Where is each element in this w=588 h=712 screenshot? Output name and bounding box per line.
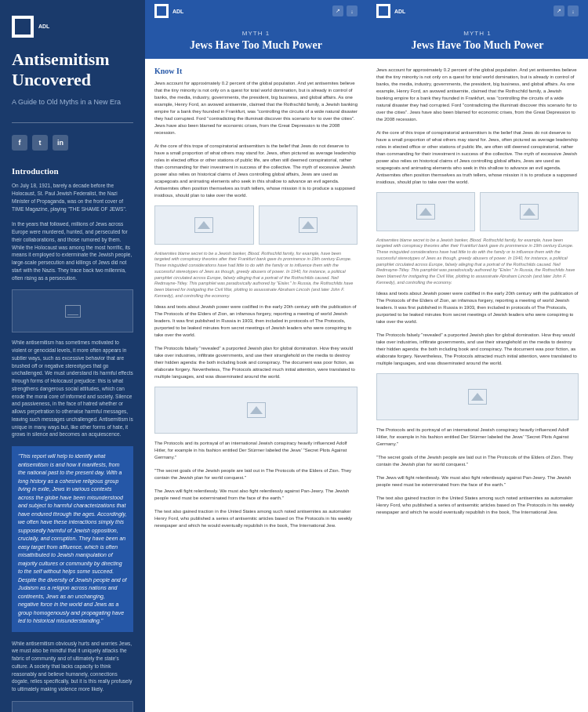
right-body-3: Ideas and texts about Jewish power were …: [376, 290, 579, 325]
middle-caption-1: Antisemites blame secret to be a Jewish …: [154, 251, 358, 300]
right-logo-inner: [379, 6, 388, 16]
right-image-1: [376, 192, 475, 231]
mid-img-inner-2: [299, 217, 318, 233]
middle-top-bar: ADL ↗ ↓: [145, 0, 367, 22]
middle-article-body: Know It Jews account for approximately 0…: [145, 59, 367, 712]
facebook-icon[interactable]: f: [12, 135, 27, 151]
middle-myth-label: Myth 1: [154, 30, 358, 37]
social-icons-row: f t in: [12, 135, 133, 151]
left-panel: ADL Antisemitism Uncovered A Guide to Ol…: [0, 0, 145, 712]
right-logo-text: ADL: [394, 9, 405, 14]
intro-text-1: On July 18, 1921, barely a decade before…: [12, 182, 133, 213]
right-top-bar: ADL ↗ ↓: [367, 0, 588, 22]
right-panel: ADL ↗ ↓ Myth 1 Jews Have Too Much Power …: [367, 0, 588, 712]
middle-body-8: The text also gained traction in the Uni…: [154, 508, 358, 529]
text-below-quote: While antisemitism obviously hurts and w…: [12, 640, 133, 693]
middle-section-title: Know It: [154, 67, 358, 75]
right-body-4: The Protocols falsely "revealed" a purpo…: [376, 332, 579, 367]
mid-img-inner-3: [247, 402, 266, 418]
quote-box: "This report will help to identify what …: [12, 446, 133, 632]
logo-box-inner: [15, 19, 31, 35]
middle-body-6: "The secret goals of the Jewish people a…: [154, 467, 358, 481]
intro-heading: Introduction: [12, 166, 133, 176]
middle-share-icon[interactable]: ↗: [332, 5, 343, 16]
mountain-icon-1: [198, 221, 210, 229]
twitter-icon[interactable]: t: [32, 135, 48, 151]
quote-text: "This report will help to identify what …: [18, 452, 127, 626]
middle-image-3: [154, 387, 358, 434]
right-image-2: [480, 192, 579, 231]
middle-logo: ADL: [154, 4, 183, 18]
logo-text: ADL: [38, 24, 49, 30]
right-body-2: At the core of this trope of conspirator…: [376, 129, 579, 186]
middle-panel: ADL ↗ ↓ Myth 1 Jews Have Too Much Power …: [145, 0, 367, 712]
middle-body-3: Ideas and texts about Jewish power were …: [154, 303, 358, 339]
right-body-1: Jews account for approximately 0.2 perce…: [376, 67, 579, 123]
middle-logo-box: [154, 4, 169, 18]
divider: [12, 122, 133, 123]
middle-article-title: Jews Have Too Much Power: [154, 39, 358, 53]
middle-logo-text: ADL: [172, 9, 183, 14]
image-icon-1: [65, 305, 81, 318]
right-article-body: Jews account for approximately 0.2 perce…: [367, 59, 588, 712]
right-share-icon[interactable]: ↗: [554, 5, 564, 16]
right-image-3: [376, 373, 579, 420]
right-body-6: "The secret goals of the Jewish people a…: [376, 454, 579, 468]
logo-box: [12, 16, 34, 38]
right-article-header: Myth 1 Jews Have Too Much Power: [367, 22, 588, 59]
right-images-row: [376, 192, 579, 231]
middle-body-2: At the core of this trope of conspirator…: [154, 143, 358, 199]
right-logo-box: [376, 4, 390, 18]
linkedin-icon[interactable]: in: [53, 135, 68, 151]
right-logo: ADL: [376, 4, 405, 18]
mountain-icon-3: [250, 406, 263, 414]
middle-body-5: The Protocols and its portrayal of an in…: [154, 440, 358, 461]
right-img-inner-2: [520, 204, 539, 220]
middle-body-7: The Jews will fight relentlessly. We mus…: [154, 488, 358, 502]
right-download-icon[interactable]: ↓: [568, 5, 579, 16]
right-mountain-2: [523, 208, 535, 216]
right-mountain-1: [419, 208, 432, 216]
logo-container: ADL: [12, 16, 133, 38]
right-body-8: The text also gained traction in the Uni…: [376, 495, 579, 516]
intro-text-2: In the years that followed, millions of …: [12, 220, 133, 282]
middle-image-2: [259, 205, 358, 245]
right-img-inner-1: [416, 204, 435, 220]
middle-article-header: Myth 1 Jews Have Too Much Power: [145, 22, 367, 59]
intro-text-3: While antisemitism has sometimes motivat…: [12, 339, 133, 438]
mountain-icon-2: [302, 221, 314, 229]
book-title: Antisemitism Uncovered: [12, 49, 133, 91]
middle-image-1: [154, 205, 254, 245]
right-myth-label: Myth 1: [376, 30, 579, 37]
right-img-inner-3: [468, 389, 487, 405]
middle-body-1: Jews account for approximately 0.2 perce…: [154, 80, 358, 136]
page-wrapper: ADL Antisemitism Uncovered A Guide to Ol…: [0, 0, 588, 712]
right-article-title: Jews Have Too Much Power: [376, 39, 579, 53]
mid-img-inner-1: [194, 217, 213, 233]
right-body-7: The Jews will fight relentlessly. We mus…: [376, 474, 579, 489]
right-mountain-3: [471, 393, 484, 401]
right-body-5: The Protocols and its portrayal of an in…: [376, 427, 579, 448]
left-image-2: [12, 701, 133, 712]
middle-top-icons: ↗ ↓: [332, 5, 358, 16]
left-image-1: [12, 289, 133, 332]
right-caption-1: Antisemites blame secret to be a Jewish …: [376, 238, 579, 286]
book-subtitle: A Guide to Old Myths in a New Era: [12, 97, 133, 107]
right-top-icons: ↗ ↓: [554, 5, 579, 16]
middle-download-icon[interactable]: ↓: [347, 5, 358, 16]
middle-body-4: The Protocols falsely "revealed" a purpo…: [154, 345, 358, 380]
middle-logo-inner: [157, 6, 166, 16]
middle-images-row: [154, 205, 358, 245]
